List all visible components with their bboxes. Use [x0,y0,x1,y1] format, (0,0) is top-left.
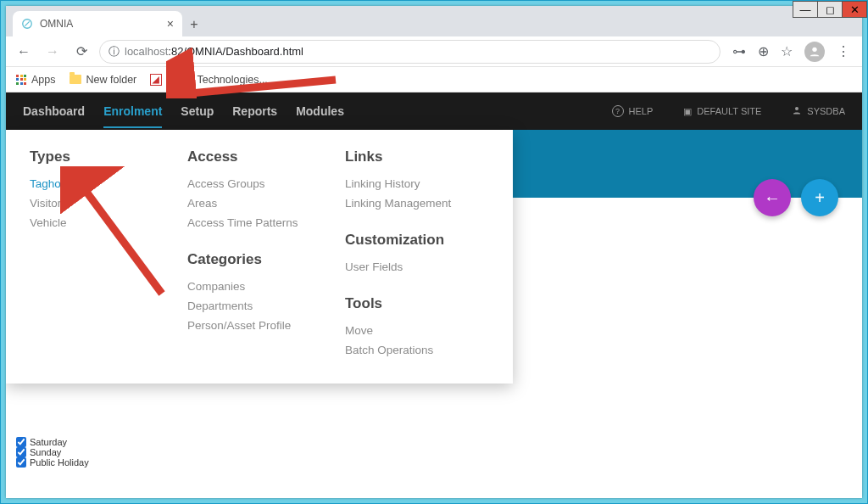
weekday-checkboxes: Saturday Sunday Public Holiday [16,437,89,468]
check-sunday-input[interactable] [16,447,26,457]
site-info-icon[interactable]: ⓘ [108,44,120,59]
check-saturday-label: Saturday [30,437,67,447]
bookmarks-bar: Apps New folder ◢ Impro Technologies... [6,67,862,92]
nav-user[interactable]: SYSDBA [792,105,845,117]
fab-add-button[interactable]: + [801,179,838,216]
check-sunday[interactable]: Sunday [16,447,89,457]
tab-favicon-icon [21,18,33,30]
menu-batch-operations[interactable]: Batch Operations [345,340,489,360]
fab-group: ← + [754,179,838,216]
bookmark-impro-label: Impro Technologies... [167,74,268,86]
url-host: localhost [125,45,168,58]
window-titlebar-buttons: — ◻ ✕ [793,1,867,20]
check-saturday-input[interactable] [16,437,26,447]
menu-tagholders[interactable]: Tagholders [30,174,174,193]
bookmark-new-folder[interactable]: New folder [70,74,137,86]
nav-utilities: ? HELP ▣ DEFAULT SITE SYSDBA [612,105,845,117]
check-public-holiday-label: Public Holiday [30,457,89,468]
nav-user-label: SYSDBA [807,106,845,116]
mega-heading-tools: Tools [345,295,489,312]
browser-window: OMNIA × + ← → ⟳ ⓘ localhost:82/OMNIA/Das… [6,6,862,498]
nav-forward-button[interactable]: → [42,41,64,63]
app-nav: Dashboard Enrolment Setup Reports Module… [6,92,862,130]
nav-dashboard[interactable]: Dashboard [23,94,85,128]
bookmark-new-folder-label: New folder [86,74,137,86]
bookmark-star-icon[interactable]: ☆ [781,43,793,59]
menu-access-time-patterns[interactable]: Access Time Patterns [187,213,331,232]
check-sunday-label: Sunday [30,447,61,457]
menu-user-fields[interactable]: User Fields [345,257,489,277]
app-root: Dashboard Enrolment Setup Reports Module… [6,92,862,498]
mega-col-types: Types Tagholders Visitor Vehicle [30,148,174,360]
folder-icon [70,75,81,84]
tab-close-icon[interactable]: × [167,17,174,31]
fab-back-button[interactable]: ← [754,179,791,216]
menu-linking-history[interactable]: Linking History [345,174,489,193]
user-icon [792,105,802,117]
url-path: :82/OMNIA/Dashboard.html [168,45,303,58]
svg-point-2 [795,107,798,110]
bookmark-impro[interactable]: ◢ Impro Technologies... [150,74,268,86]
bookmark-apps[interactable]: Apps [16,74,56,86]
menu-person-asset-profile[interactable]: Person/Asset Profile [187,316,331,335]
url-text: localhost:82/OMNIA/Dashboard.html [125,45,303,58]
new-tab-button[interactable]: + [182,13,206,36]
bookmark-apps-label: Apps [31,74,56,86]
url-field[interactable]: ⓘ localhost:82/OMNIA/Dashboard.html [99,40,721,64]
menu-access-groups[interactable]: Access Groups [187,174,331,193]
browser-right-icons: ⊶ ⊕ ☆ ⋮ [727,42,855,62]
browser-menu-icon[interactable]: ⋮ [837,43,850,59]
address-bar-row: ← → ⟳ ⓘ localhost:82/OMNIA/Dashboard.htm… [6,36,862,67]
menu-areas[interactable]: Areas [187,193,331,213]
menu-companies[interactable]: Companies [187,277,331,296]
menu-move[interactable]: Move [345,321,489,340]
nav-site[interactable]: ▣ DEFAULT SITE [683,106,761,117]
impro-icon: ◢ [150,74,162,86]
mega-col-access-categories: Access Access Groups Areas Access Time P… [187,148,331,360]
check-public-holiday[interactable]: Public Holiday [16,457,89,468]
profile-avatar-icon[interactable] [804,42,825,62]
tab-strip: OMNIA × + [6,6,862,36]
nav-modules[interactable]: Modules [296,94,344,128]
menu-vehicle[interactable]: Vehicle [30,213,174,232]
nav-site-label: DEFAULT SITE [697,106,761,116]
svg-point-1 [812,47,816,51]
site-icon: ▣ [683,106,692,117]
apps-grid-icon [16,75,26,85]
tab-title: OMNIA [40,18,73,30]
menu-departments[interactable]: Departments [187,296,331,316]
menu-linking-management[interactable]: Linking Management [345,193,489,213]
window-minimize-button[interactable]: — [793,1,818,18]
window-maximize-button[interactable]: ◻ [817,1,843,18]
mega-heading-access: Access [187,148,331,165]
help-icon: ? [612,105,624,117]
check-saturday[interactable]: Saturday [16,437,89,447]
nav-reports[interactable]: Reports [232,94,277,128]
menu-visitor[interactable]: Visitor [30,193,174,213]
content-area: ← + Types Tagholders Visitor Vehicle Acc… [6,130,862,498]
mega-heading-links: Links [345,148,489,165]
nav-enrolment[interactable]: Enrolment [103,94,162,128]
mega-heading-customization: Customization [345,232,489,249]
window-close-button[interactable]: ✕ [842,1,867,18]
mega-col-links-custom-tools: Links Linking History Linking Management… [345,148,489,360]
nav-setup[interactable]: Setup [181,94,214,128]
mega-heading-types: Types [30,148,174,165]
nav-help[interactable]: ? HELP [612,105,654,117]
browser-tab[interactable]: OMNIA × [13,11,182,36]
nav-reload-button[interactable]: ⟳ [70,41,92,63]
zoom-icon[interactable]: ⊕ [758,43,769,59]
saved-password-icon[interactable]: ⊶ [732,43,746,59]
window-frame: — ◻ ✕ OMNIA × + ← → ⟳ ⓘ localhost:82/OMN… [0,0,868,504]
nav-help-label: HELP [629,106,654,116]
check-public-holiday-input[interactable] [16,457,26,468]
enrolment-mega-menu: Types Tagholders Visitor Vehicle Access … [6,130,513,384]
nav-back-button[interactable]: ← [13,41,35,63]
mega-heading-categories: Categories [187,251,331,268]
